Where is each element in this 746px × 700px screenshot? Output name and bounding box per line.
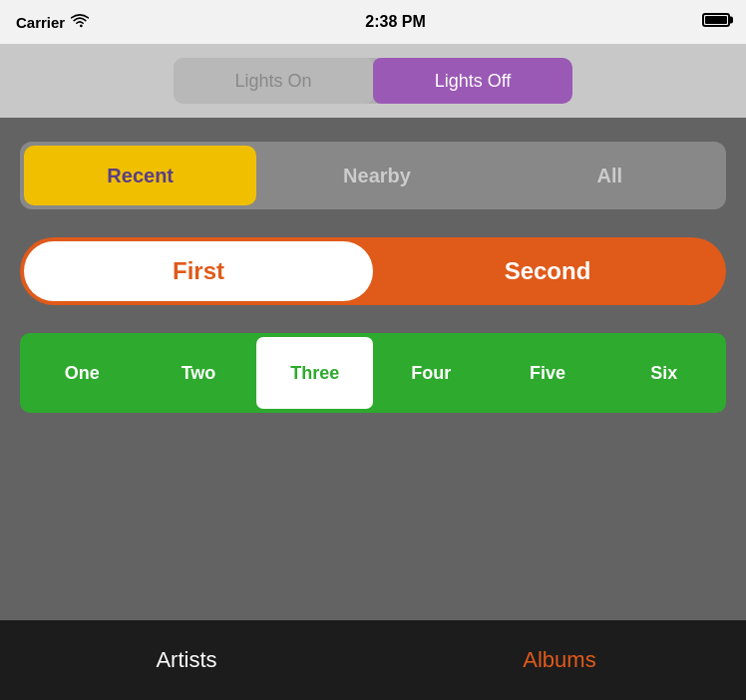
status-bar: Carrier 2:38 PM xyxy=(0,0,746,44)
battery-indicator xyxy=(702,13,730,31)
seg2-first[interactable]: First xyxy=(24,241,373,301)
bottom-tab-bar: Artists Albums xyxy=(0,620,746,700)
seg3-six[interactable]: Six xyxy=(605,337,722,409)
lights-off-option[interactable]: Lights Off xyxy=(373,58,572,104)
seg3-two[interactable]: Two xyxy=(141,337,257,409)
tab-artists[interactable]: Artists xyxy=(0,647,373,673)
one-to-six-control[interactable]: One Two Three Four Five Six xyxy=(20,333,726,413)
first-second-control[interactable]: First Second xyxy=(20,237,726,305)
main-content: Recent Nearby All First Second One Two T… xyxy=(0,118,746,620)
top-toggle-bar: Lights On Lights Off xyxy=(0,44,746,118)
carrier-label: Carrier xyxy=(16,14,65,31)
seg3-five[interactable]: Five xyxy=(490,337,606,409)
tab-albums[interactable]: Albums xyxy=(373,647,746,673)
wifi-icon xyxy=(71,14,89,31)
lights-toggle[interactable]: Lights On Lights Off xyxy=(174,58,572,104)
carrier-info: Carrier xyxy=(16,14,89,31)
seg3-four[interactable]: Four xyxy=(373,337,490,409)
seg1-nearby[interactable]: Nearby xyxy=(260,142,493,209)
lights-on-option[interactable]: Lights On xyxy=(174,58,373,104)
seg1-recent[interactable]: Recent xyxy=(24,146,256,205)
seg3-three[interactable]: Three xyxy=(256,337,373,409)
seg2-second[interactable]: Second xyxy=(373,241,722,301)
seg3-one[interactable]: One xyxy=(24,337,141,409)
recent-nearby-all-control[interactable]: Recent Nearby All xyxy=(20,142,726,209)
status-time: 2:38 PM xyxy=(365,13,425,31)
seg1-all[interactable]: All xyxy=(494,142,726,209)
